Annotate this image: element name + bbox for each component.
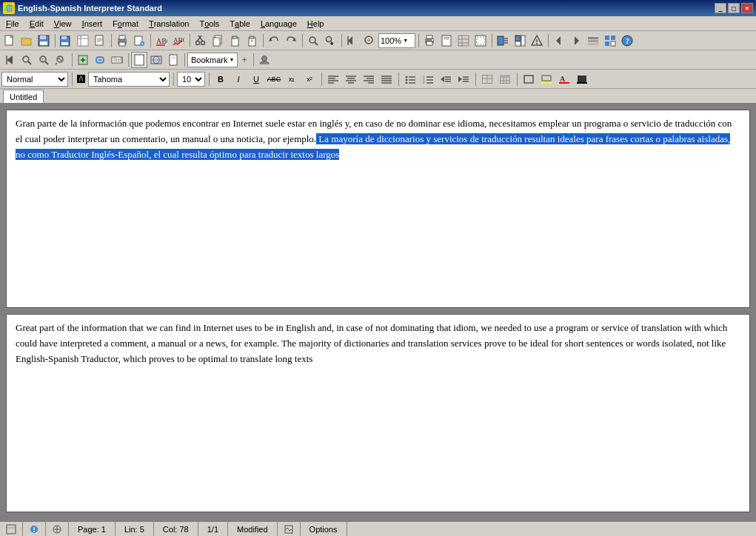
separator-fmt-5: [396, 71, 401, 87]
prev-page-btn[interactable]: [551, 33, 567, 49]
cut-button[interactable]: [193, 33, 209, 49]
help-btn[interactable]: ?: [619, 33, 635, 49]
page-setup-btn[interactable]: [438, 33, 455, 49]
undo-button[interactable]: [266, 33, 282, 49]
svg-rect-54: [458, 36, 469, 46]
view-print-btn[interactable]: [165, 52, 181, 68]
view-grid-btn[interactable]: [602, 33, 618, 49]
separator-10: [546, 33, 550, 49]
svg-rect-146: [500, 75, 510, 78]
svg-rect-66: [521, 36, 525, 46]
font-color-button[interactable]: A: [556, 72, 572, 87]
svg-marker-138: [458, 76, 462, 82]
printer-btn[interactable]: [421, 33, 438, 49]
svg-rect-18: [119, 36, 125, 39]
source-pane[interactable]: Gran parte de la información que podemos…: [6, 110, 750, 308]
insert-special-btn[interactable]: Ω±§: [109, 52, 125, 68]
align-center-button[interactable]: [343, 72, 359, 87]
save-button[interactable]: [36, 33, 52, 49]
menu-translation[interactable]: Translation: [144, 16, 193, 30]
menu-edit[interactable]: Edit: [25, 16, 48, 30]
bold-button[interactable]: B: [213, 72, 229, 87]
italic-button[interactable]: I: [230, 72, 247, 87]
border-button[interactable]: [521, 72, 537, 87]
translation-pane[interactable]: Great part of the information that we ca…: [6, 314, 750, 512]
increase-indent-button[interactable]: [455, 72, 472, 87]
document-tab[interactable]: Untitled: [3, 90, 44, 103]
bookmark-add-btn[interactable]: +: [238, 52, 250, 68]
status-options[interactable]: Options: [301, 522, 347, 536]
menu-language[interactable]: Language: [256, 16, 301, 30]
svg-rect-5: [40, 36, 46, 39]
zoom-value: 100%: [381, 36, 401, 45]
redo-button[interactable]: [283, 33, 299, 49]
close-button[interactable]: ×: [741, 3, 753, 13]
table-options-button[interactable]: [497, 72, 513, 87]
link-btn[interactable]: [92, 52, 108, 68]
menu-tools[interactable]: Tools: [195, 16, 224, 30]
separator-fmt-6: [473, 71, 478, 87]
font-size-selector[interactable]: 8910111214: [177, 72, 205, 87]
view-web-btn[interactable]: [148, 52, 164, 68]
print-button[interactable]: [114, 33, 130, 49]
autospell-button[interactable]: ABC: [170, 33, 187, 49]
margin-btn[interactable]: [472, 33, 489, 49]
save-all-button[interactable]: [58, 33, 74, 49]
align-left-button[interactable]: [325, 72, 341, 87]
insert-table-button[interactable]: [479, 72, 495, 87]
menu-file[interactable]: File: [1, 16, 24, 30]
fill-color-button[interactable]: [574, 72, 590, 87]
minimize-button[interactable]: _: [715, 3, 726, 13]
justify-button[interactable]: [378, 72, 395, 87]
user-btn[interactable]: [256, 52, 272, 68]
underline-button[interactable]: U: [248, 72, 264, 87]
subscript-button[interactable]: x₂: [284, 72, 300, 87]
style-selector[interactable]: Normal Heading 1 Heading 2: [1, 72, 68, 87]
spellcheck-button[interactable]: ABC: [153, 33, 170, 49]
restore-button[interactable]: □: [728, 3, 740, 13]
nav-search-btn[interactable]: [19, 52, 35, 68]
find-button[interactable]: [305, 33, 321, 49]
view-list-btn[interactable]: [585, 33, 601, 49]
nav-home-button[interactable]: [344, 33, 361, 49]
menu-help[interactable]: Help: [303, 16, 329, 30]
find-replace-button[interactable]: [322, 33, 338, 49]
svg-marker-81: [7, 56, 13, 64]
open-button[interactable]: [19, 33, 35, 49]
nav-search3-btn[interactable]: [53, 52, 69, 68]
paste-special-button[interactable]: +: [244, 33, 260, 49]
font-selector[interactable]: Tahoma Arial Times New Roman: [88, 72, 170, 87]
print-preview-button[interactable]: [131, 33, 147, 49]
format-btn[interactable]: [455, 33, 472, 49]
menu-table[interactable]: Table: [225, 16, 255, 30]
window-controls[interactable]: _ □ ×: [715, 3, 753, 13]
nav-prev-btn[interactable]: [1, 52, 18, 68]
align-right-button[interactable]: [361, 72, 377, 87]
svg-rect-53: [444, 38, 449, 39]
menu-view[interactable]: View: [50, 16, 76, 30]
insert-btn[interactable]: [75, 52, 91, 68]
templates-button[interactable]: [75, 33, 91, 49]
svg-rect-6: [40, 41, 47, 45]
zoom-level-dropdown[interactable]: 100% ▼: [378, 33, 415, 48]
more-btn1[interactable]: [495, 33, 511, 49]
zoom-select[interactable]: +: [361, 33, 378, 49]
document-props-button[interactable]: [92, 33, 108, 49]
menu-format[interactable]: Format: [108, 16, 143, 30]
border-color-button[interactable]: [538, 72, 555, 87]
copy-button[interactable]: [210, 33, 226, 49]
paste-button[interactable]: [227, 33, 243, 49]
next-page-btn[interactable]: [568, 33, 584, 49]
bookmark-dropdown[interactable]: Bookmark ▼: [187, 53, 238, 67]
nav-search2-btn[interactable]: T: [36, 52, 52, 68]
unordered-list-button[interactable]: [402, 72, 418, 87]
ordered-list-button[interactable]: 1.2.3.: [420, 72, 436, 87]
more-btn3[interactable]: [529, 33, 545, 49]
menu-insert[interactable]: Insert: [78, 16, 107, 30]
more-btn2[interactable]: [512, 33, 528, 49]
strikethrough-button[interactable]: ABC: [266, 72, 282, 87]
new-button[interactable]: [1, 33, 18, 49]
view-normal-btn[interactable]: [131, 52, 147, 68]
superscript-button[interactable]: x²: [301, 72, 318, 87]
decrease-indent-button[interactable]: [438, 72, 454, 87]
